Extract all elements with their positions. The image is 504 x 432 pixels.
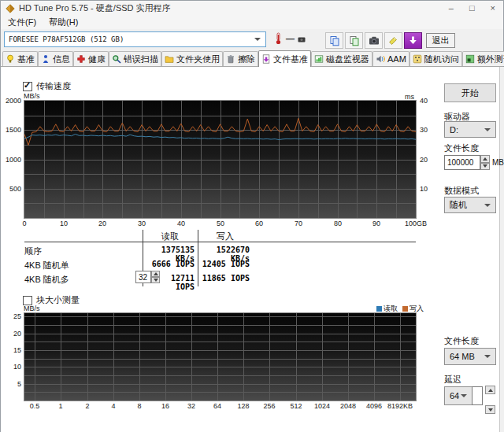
close-button[interactable]: ×: [491, 2, 495, 14]
disk-icon: [297, 35, 306, 44]
blocksize-chart: MB/s2520151050.5124816326412825651210242…: [1, 302, 442, 416]
x-tick: 70: [283, 220, 314, 227]
x-tick: 60: [243, 220, 275, 227]
x-tick: 100GB: [400, 220, 432, 227]
tab-file-benchmark[interactable]: 文件基准: [258, 50, 311, 67]
drive-dropdown[interactable]: D:: [444, 121, 496, 138]
queue-depth-input[interactable]: 32: [135, 271, 151, 283]
right-y-tick: 20: [420, 156, 428, 164]
delay-step-up[interactable]: [485, 386, 495, 394]
delay-dropdown[interactable]: 64: [444, 386, 472, 405]
file-length-input[interactable]: 100000: [444, 155, 480, 170]
minimize-button[interactable]: –: [449, 2, 454, 14]
file-length2-dropdown[interactable]: 64 MB: [444, 348, 496, 365]
download-arrow-icon: [408, 35, 418, 46]
tab-disk-monitor[interactable]: 磁盘监视器: [311, 51, 372, 66]
drive-combo-value: FORESEE P78AF512GB (512 GB): [9, 35, 124, 43]
tab-label: 基准: [17, 54, 35, 65]
delay-label: 延迟: [444, 374, 461, 386]
y-axis-unit: MB/s: [24, 92, 40, 100]
tab-label: 额外测试: [477, 54, 504, 65]
menu-help[interactable]: 帮助(H): [49, 17, 78, 28]
y-tick: 20: [1, 330, 21, 338]
queue-depth-stepper[interactable]: [151, 271, 160, 283]
right-y-tick: 10: [420, 185, 428, 193]
copy-text-button[interactable]: [325, 32, 343, 49]
tab-error-scan[interactable]: 错误扫描: [109, 51, 161, 66]
drive-select-combo[interactable]: FORESEE P78AF512GB (512 GB): [4, 31, 266, 47]
x-tick: 8192KB: [384, 402, 416, 410]
data-mode-label: 数据模式: [444, 185, 479, 197]
menu-file[interactable]: 文件(F): [8, 17, 36, 28]
tab-label: 磁盘监视器: [326, 54, 369, 65]
x-tick: 20: [87, 220, 118, 227]
right-y-tick: 40: [420, 97, 428, 105]
file-length-unit: MB: [492, 158, 504, 167]
file-length-value: 100000: [447, 158, 473, 167]
save-label-button[interactable]: [384, 32, 402, 49]
write-column-header: 写入: [198, 231, 253, 242]
camera-icon: [369, 35, 380, 46]
plot-area: [24, 313, 416, 401]
tab-label: 错误扫描: [124, 54, 158, 65]
save-results-button[interactable]: [404, 32, 422, 49]
queue-depth-value: 32: [139, 273, 147, 282]
x-tick: 80: [322, 220, 354, 227]
delay-input[interactable]: [472, 386, 483, 405]
data-mode-dropdown[interactable]: 随机: [444, 197, 496, 213]
file-length-label: 文件长度: [444, 142, 479, 154]
y-tick: 1000: [1, 156, 21, 164]
window-title: HD Tune Pro 5.75 - 硬盘/SSD 实用程序: [19, 2, 171, 14]
x-tick: 30: [126, 220, 158, 227]
tag-icon: [388, 35, 398, 46]
toolbar: FORESEE P78AF512GB (512 GB) — 退出: [1, 29, 503, 50]
write-value: 11865 IOPS: [198, 274, 250, 282]
tab-bar: 基准 信息 健康 错误扫描 文件夹使用 擦除 文件基准 磁盘监视器 AAM 随机…: [1, 50, 503, 67]
tab-info[interactable]: 信息: [38, 51, 73, 66]
checkbox-label: 传输速度: [36, 80, 71, 92]
start-button[interactable]: 开始: [444, 83, 496, 102]
right-y-tick: 30: [420, 126, 428, 134]
screenshot-button[interactable]: [365, 32, 383, 49]
app-icon: [6, 4, 15, 13]
tab-random-access[interactable]: 随机访问: [410, 51, 462, 66]
copy-icon: [329, 35, 340, 46]
step-down-icon[interactable]: [151, 277, 160, 283]
title-bar: HD Tune Pro 5.75 - 硬盘/SSD 实用程序 – □ ×: [1, 1, 503, 16]
read-column-header: 读取: [143, 231, 198, 242]
file-length-stepper[interactable]: [480, 155, 490, 170]
tab-benchmark[interactable]: 基准: [2, 51, 38, 66]
window-frame-strip: [499, 67, 504, 432]
copy-image-button[interactable]: [345, 32, 363, 49]
tab-folder-usage[interactable]: 文件夹使用: [161, 51, 223, 66]
read-value: 6666 IOPS: [139, 260, 195, 268]
tab-aam[interactable]: AAM: [372, 51, 410, 66]
checkbox-box: [23, 82, 32, 91]
tab-extra-tests[interactable]: 额外测试: [462, 51, 504, 66]
tab-health[interactable]: 健康: [73, 51, 109, 66]
x-tick: 10: [48, 220, 80, 227]
folder-icon: [165, 54, 174, 64]
right-axis-unit: ms: [405, 93, 414, 101]
menu-bar: 文件(F) 帮助(H): [1, 16, 503, 29]
x-tick: 90: [361, 220, 392, 227]
step-down-icon[interactable]: [480, 163, 490, 171]
exit-button[interactable]: 退出: [426, 33, 455, 48]
tab-erase[interactable]: 擦除: [223, 51, 258, 66]
y-tick: 500: [1, 185, 21, 193]
maximize-button[interactable]: □: [469, 2, 475, 14]
plot-area: [24, 101, 416, 218]
health-cross-icon: [76, 54, 86, 64]
y-axis-unit: MB/s: [24, 305, 40, 312]
step-up-icon[interactable]: [151, 271, 160, 277]
magnifier-icon: [112, 54, 121, 64]
transfer-speed-checkbox[interactable]: 传输速度: [23, 80, 71, 92]
row-label: 4KB 随机多: [24, 274, 69, 286]
main-content: 传输速度 MB/s200015001000500ms40302010010203…: [1, 67, 503, 432]
step-up-icon[interactable]: [480, 155, 490, 163]
tab-label: 随机访问: [424, 54, 459, 65]
data-mode-value: 随机: [450, 199, 467, 211]
copy-image-icon: [349, 35, 360, 46]
delay-step-down[interactable]: [485, 405, 495, 414]
bar-chart-icon: [314, 54, 324, 64]
